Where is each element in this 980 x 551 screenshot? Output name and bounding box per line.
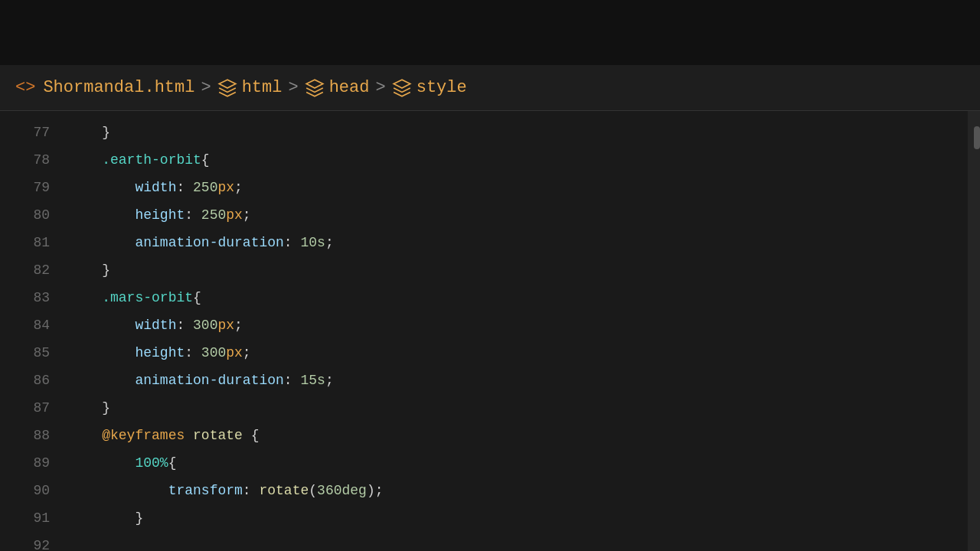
line-number: 81 — [0, 229, 50, 256]
line-numbers: 77787980818283848586878889909192 — [0, 111, 61, 551]
box-icon-2 — [305, 78, 325, 98]
table-row: transform: rotate(360deg); — [61, 477, 968, 504]
code-token: height — [135, 207, 185, 223]
code-token: } — [69, 125, 110, 140]
breadcrumb-sep-2: > — [288, 78, 298, 97]
code-token: width — [135, 318, 176, 333]
code-token — [69, 290, 102, 305]
code-token: } — [69, 262, 110, 278]
code-token: : — [284, 235, 301, 250]
table-row: } — [61, 504, 968, 532]
line-number: 85 — [0, 339, 50, 367]
code-token: 300 — [201, 345, 226, 360]
code-token: @keyframes — [102, 428, 185, 443]
table-row: animation-duration: 15s; — [61, 367, 968, 394]
table-row: } — [61, 394, 968, 422]
code-token: 360deg — [317, 483, 367, 498]
code-token: 10s — [300, 235, 325, 250]
code-token: px — [226, 345, 243, 360]
code-token: rotate — [185, 428, 250, 443]
table-row: width: 250px; — [61, 174, 968, 201]
line-number: 89 — [0, 449, 50, 477]
line-number: 77 — [0, 119, 50, 146]
code-token: ; — [325, 235, 334, 250]
code-token: } — [69, 510, 143, 526]
table-row: height: 250px; — [61, 201, 968, 229]
scrollbar[interactable] — [968, 111, 980, 551]
box-icon-1 — [217, 78, 237, 98]
breadcrumb-head[interactable]: head — [329, 78, 370, 97]
table-row: } — [61, 256, 968, 284]
code-token: animation-duration — [135, 235, 283, 250]
code-token: { — [251, 428, 260, 443]
code-token: rotate — [259, 483, 309, 498]
code-token: animation-duration — [135, 373, 283, 388]
code-token — [69, 373, 135, 388]
breadcrumb-sep-1: > — [201, 78, 211, 97]
line-number: 84 — [0, 311, 50, 339]
code-token: : — [185, 345, 201, 360]
code-token — [69, 152, 102, 168]
table-row: .earth-orbit{ — [61, 146, 968, 174]
code-token: width — [135, 180, 176, 195]
table-row: } — [61, 119, 968, 146]
code-token: ; — [234, 180, 243, 195]
code-token — [69, 235, 135, 250]
breadcrumb-file-label: Shormandal.html — [43, 78, 194, 97]
code-token: ); — [367, 483, 384, 498]
table-row: animation-duration: 10s; — [61, 229, 968, 256]
breadcrumb-html-label: html — [242, 78, 283, 97]
code-token: px — [217, 318, 234, 333]
code-token: ; — [325, 373, 334, 388]
line-number: 90 — [0, 477, 50, 504]
breadcrumb-sep-3: > — [375, 78, 385, 97]
code-token: } — [69, 400, 110, 416]
line-number: 82 — [0, 256, 50, 284]
line-number: 91 — [0, 504, 50, 532]
code-token — [69, 428, 102, 443]
code-token: : — [176, 318, 193, 333]
code-area: 77787980818283848586878889909192 } .eart… — [0, 111, 980, 551]
code-token — [69, 345, 135, 360]
code-token: height — [135, 345, 185, 360]
box-icon-3 — [392, 78, 412, 98]
line-number: 79 — [0, 174, 50, 201]
code-token: { — [201, 152, 210, 168]
code-content[interactable]: } .earth-orbit{ width: 250px; height: 25… — [61, 111, 968, 551]
code-token — [69, 455, 135, 471]
code-token: ; — [243, 207, 251, 223]
breadcrumb-file[interactable]: Shormandal.html — [43, 78, 194, 97]
code-token: 15s — [300, 373, 325, 388]
code-token — [69, 483, 168, 498]
code-token: .mars-orbit — [102, 290, 193, 305]
line-number: 80 — [0, 201, 50, 229]
breadcrumb-html[interactable]: html — [242, 78, 283, 97]
code-token: 250 — [193, 180, 217, 195]
table-row: @keyframes rotate { — [61, 422, 968, 449]
code-token: { — [193, 290, 201, 305]
line-number: 88 — [0, 422, 50, 449]
code-token: px — [217, 180, 234, 195]
code-token: transform — [168, 483, 243, 498]
scrollbar-thumb[interactable] — [974, 126, 980, 149]
breadcrumb-bar: <> Shormandal.html > html > head > style — [0, 65, 980, 111]
breadcrumb-style[interactable]: style — [416, 78, 467, 97]
code-token — [69, 318, 135, 333]
table-row: width: 300px; — [61, 311, 968, 339]
table-row: 100%{ — [61, 449, 968, 477]
breadcrumb-head-label: head — [329, 78, 370, 97]
top-bar — [0, 0, 980, 65]
code-token: : — [185, 207, 201, 223]
code-token: { — [168, 455, 177, 471]
line-number: 86 — [0, 367, 50, 394]
line-number: 78 — [0, 146, 50, 174]
table-row: .mars-orbit{ — [61, 284, 968, 311]
code-token: .earth-orbit — [102, 152, 201, 168]
line-number: 87 — [0, 394, 50, 422]
code-token: : — [176, 180, 193, 195]
code-token: 300 — [193, 318, 217, 333]
code-token: 250 — [201, 207, 226, 223]
code-icon: <> — [15, 78, 35, 97]
code-token: ; — [243, 345, 251, 360]
code-token: ; — [234, 318, 243, 333]
